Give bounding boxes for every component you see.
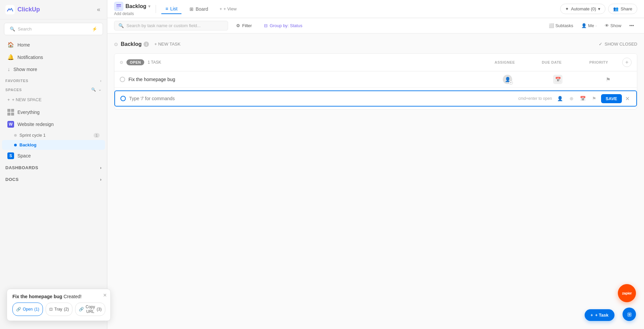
new-space-button[interactable]: + + NEW SPACE bbox=[2, 94, 105, 105]
toast-tray-label: Tray bbox=[54, 307, 62, 312]
add-column-button[interactable]: + bbox=[622, 58, 632, 67]
task-group-open: ⊙ OPEN 1 TASK ASSIGNEE DUE DATE PRIORITY… bbox=[114, 53, 637, 110]
tab-list[interactable]: ≡ List bbox=[161, 4, 181, 14]
sidebar: ClickUp « 🔍 Search ⚡ 🏠 Home 🔔 Notificati… bbox=[0, 0, 107, 329]
zapier-fab[interactable]: zapier bbox=[618, 284, 636, 302]
assignee-col-header: ASSIGNEE bbox=[481, 60, 528, 64]
space-item-everything[interactable]: Everything bbox=[2, 106, 105, 118]
spaces-section-controls[interactable]: 🔍 ⌄ bbox=[91, 87, 102, 92]
backlog-toggle-icon[interactable]: ⊙ bbox=[114, 42, 118, 47]
assign-icon-button[interactable]: 👤 bbox=[555, 94, 565, 103]
topbar-subtitle[interactable]: Add details bbox=[114, 11, 150, 16]
group-toggle-icon[interactable]: ⊙ bbox=[120, 60, 123, 65]
table-row[interactable]: Fix the homepage bug 👤 + 📅 ⚑ bbox=[114, 71, 637, 88]
svg-rect-3 bbox=[116, 8, 119, 8]
eye-icon: 👁 bbox=[605, 23, 609, 28]
search-icon: 🔍 bbox=[118, 23, 124, 28]
content-area: ⊙ Backlog i + NEW TASK ✓ SHOW CLOSED ⊙ O… bbox=[107, 34, 644, 329]
space-item-s[interactable]: S Space bbox=[2, 150, 105, 162]
toast-open-count: (1) bbox=[34, 307, 39, 312]
favorites-section-controls[interactable]: › bbox=[100, 79, 102, 83]
info-icon[interactable]: i bbox=[144, 42, 149, 47]
tab-board[interactable]: ⊞ Board bbox=[185, 4, 212, 14]
toast-copy-label: Copy URL bbox=[86, 305, 95, 314]
chevron-down-icon[interactable]: ⌄ bbox=[98, 87, 102, 92]
tray-icon: ⊡ bbox=[49, 307, 53, 312]
search-spaces-icon[interactable]: 🔍 bbox=[91, 87, 96, 92]
task-name[interactable]: Fix the homepage bug bbox=[128, 77, 481, 82]
plus-icon: + bbox=[7, 97, 10, 102]
plus-icon: + bbox=[591, 313, 593, 318]
person-add-icon-button[interactable]: ⊕ bbox=[567, 94, 576, 103]
filter-button[interactable]: ⚙ Filter bbox=[232, 21, 256, 30]
nav-show-more[interactable]: ↓ Show more bbox=[2, 63, 105, 75]
me-button[interactable]: 👤 Me · bbox=[578, 21, 600, 30]
sprint-dot bbox=[14, 134, 17, 137]
assignee-avatar[interactable]: 👤 + bbox=[503, 75, 512, 84]
add-view-button[interactable]: + + View bbox=[216, 4, 240, 13]
task-checkbox[interactable] bbox=[120, 77, 125, 82]
new-task-input[interactable] bbox=[129, 96, 515, 101]
page-title: Backlog bbox=[125, 3, 146, 9]
automate-button[interactable]: ✦ Automate (0) ▾ bbox=[560, 4, 605, 14]
backlog-dot bbox=[14, 144, 17, 146]
task-group-header: ⊙ OPEN 1 TASK ASSIGNEE DUE DATE PRIORITY… bbox=[114, 54, 637, 71]
nav-notifications[interactable]: 🔔 Notifications bbox=[2, 51, 105, 63]
priority-flag-icon[interactable]: ⚑ bbox=[603, 75, 613, 84]
subtasks-button[interactable]: ⬜ Subtasks bbox=[545, 21, 577, 30]
toast-notification: ✕ Fix the homepage bug Created! 🔗 Open (… bbox=[7, 289, 111, 321]
grid-icon bbox=[7, 109, 14, 116]
add-task-fab[interactable]: + + Task bbox=[585, 309, 614, 321]
everything-label: Everything bbox=[17, 110, 40, 115]
toast-open-button[interactable]: 🔗 Open (1) bbox=[12, 303, 43, 316]
title-dropdown-icon[interactable]: ▾ bbox=[148, 4, 150, 9]
link-icon: 🔗 bbox=[79, 307, 84, 312]
toast-copy-url-button[interactable]: 🔗 Copy URL (3) bbox=[75, 303, 105, 316]
person-icon: · bbox=[595, 23, 597, 28]
save-button[interactable]: SAVE bbox=[601, 94, 622, 103]
nav-home[interactable]: 🏠 Home bbox=[2, 39, 105, 51]
group-by-icon: ⊟ bbox=[264, 23, 268, 28]
check-icon: ✓ bbox=[599, 42, 602, 47]
priority-cell: ⚑ bbox=[585, 75, 632, 84]
home-icon: 🏠 bbox=[7, 42, 14, 48]
due-date-icon[interactable]: 📅 bbox=[553, 75, 562, 84]
search-bar[interactable]: 🔍 Search ⚡ bbox=[4, 23, 103, 35]
task-search-input[interactable]: 🔍 Search by task name or custom field... bbox=[114, 21, 228, 30]
list-item-backlog[interactable]: Backlog bbox=[2, 140, 105, 150]
toast-tray-button[interactable]: ⊡ Tray (2) bbox=[46, 303, 72, 316]
group-by-button[interactable]: ⊟ Group by: Status bbox=[260, 21, 307, 30]
add-task-label: + Task bbox=[595, 313, 608, 318]
more-options-button[interactable]: ••• bbox=[626, 21, 637, 30]
new-task-checkbox[interactable] bbox=[120, 96, 126, 101]
me-icon: 👤 bbox=[581, 23, 587, 28]
add-assignee-badge[interactable]: + bbox=[509, 81, 513, 85]
backlog-title: Backlog i bbox=[121, 41, 149, 47]
new-task-actions: 👤 ⊕ 📅 ⚑ SAVE ✕ bbox=[555, 94, 631, 103]
toast-task-name: Fix the homepage bug bbox=[12, 294, 62, 299]
apps-fab[interactable]: ⊞ bbox=[623, 308, 636, 321]
logo-text: ClickUp bbox=[17, 6, 40, 13]
new-task-button[interactable]: + NEW TASK bbox=[152, 40, 183, 48]
sidebar-collapse-button[interactable]: « bbox=[96, 5, 102, 14]
space-item-website-redesign[interactable]: W Website redesign bbox=[2, 118, 105, 130]
calendar-icon-button[interactable]: 📅 bbox=[578, 94, 588, 103]
topbar-separator bbox=[156, 5, 156, 13]
automate-chevron: ▾ bbox=[598, 6, 600, 11]
app-logo[interactable]: ClickUp bbox=[5, 5, 40, 14]
docs-section[interactable]: DOCS › bbox=[0, 174, 107, 185]
website-redesign-label: Website redesign bbox=[17, 122, 54, 127]
bell-icon: 🔔 bbox=[7, 54, 14, 60]
backlog-label: Backlog bbox=[19, 142, 37, 147]
chevron-right-icon: › bbox=[100, 165, 102, 170]
show-closed-button[interactable]: ✓ SHOW CLOSED bbox=[599, 42, 637, 47]
close-button[interactable]: ✕ bbox=[624, 94, 631, 103]
dashboards-section[interactable]: DASHBOARDS › bbox=[0, 162, 107, 174]
show-button[interactable]: 👁 Show bbox=[601, 21, 625, 30]
list-item-sprint-cycle-1[interactable]: Sprint cycle 1 1 bbox=[2, 130, 105, 140]
toast-close-button[interactable]: ✕ bbox=[103, 292, 107, 298]
share-button[interactable]: 👥 Share bbox=[608, 4, 637, 14]
chevron-right-icon[interactable]: › bbox=[100, 79, 102, 83]
flag-icon-button[interactable]: ⚑ bbox=[590, 94, 599, 103]
filterbar: 🔍 Search by task name or custom field...… bbox=[107, 18, 644, 34]
